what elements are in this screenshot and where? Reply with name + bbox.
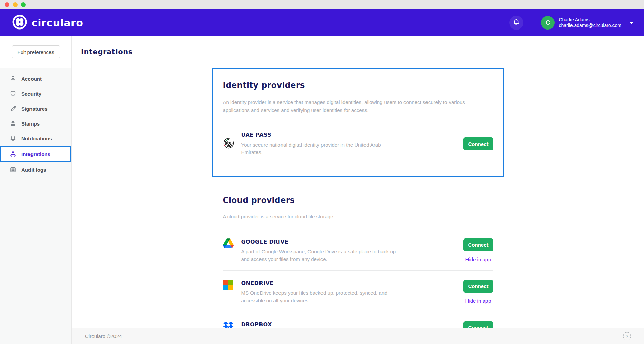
provider-name: DROPBOX xyxy=(241,321,463,328)
provider-text: DROPBOX Dropbox lets you upload, save, a… xyxy=(241,321,463,328)
divider xyxy=(223,125,493,125)
google-drive-icon xyxy=(223,238,234,250)
page-header: Integrations xyxy=(72,36,644,68)
caret-down-icon xyxy=(629,20,634,26)
avatar: C xyxy=(541,16,555,30)
identity-providers-title: Identity providers xyxy=(223,81,493,90)
sidebar-item-signatures[interactable]: Signatures xyxy=(0,101,71,116)
user-info: Charlie Adams charlie.adams@circularo.co… xyxy=(559,17,621,29)
notifications-bell-button[interactable] xyxy=(509,16,523,30)
app-window: circularo C Charlie Adams charlie.adams@… xyxy=(0,0,644,344)
dropbox-icon xyxy=(223,321,234,328)
provider-name: GOOGLE DRIVE xyxy=(241,238,463,245)
provider-row-onedrive: ONEDRIVE MS OneDrive keeps your files ba… xyxy=(223,270,493,312)
sidebar-item-label: Notifications xyxy=(21,136,52,141)
main-area: Integrations Identity providers An ident… xyxy=(72,36,644,344)
cloud-providers-section: Cloud providers A cloud provider is a se… xyxy=(223,196,493,328)
sidebar-item-notifications[interactable]: Notifications xyxy=(0,131,71,146)
provider-row-google-drive: GOOGLE DRIVE A part of Google Workspace,… xyxy=(223,229,493,270)
footer: Circularo ©2024 ? xyxy=(72,328,644,344)
provider-name: UAE PASS xyxy=(241,132,463,138)
copyright-text: Circularo ©2024 xyxy=(85,333,122,339)
app-body: Exit preferences Account xyxy=(0,36,644,344)
bell-icon xyxy=(513,19,520,27)
provider-actions: Connect Hide in app xyxy=(463,321,493,328)
sidebar-item-label: Stamps xyxy=(21,121,40,127)
sidebar-top: Exit preferences xyxy=(0,36,71,68)
connect-onedrive-button[interactable]: Connect xyxy=(463,280,493,293)
preferences-sidebar: Exit preferences Account xyxy=(0,36,72,344)
user-menu[interactable]: C Charlie Adams charlie.adams@circularo.… xyxy=(541,16,634,30)
connect-uae-pass-button[interactable]: Connect xyxy=(463,137,493,150)
provider-text: GOOGLE DRIVE A part of Google Workspace,… xyxy=(241,238,463,263)
identity-providers-description: An identity provider is a service that m… xyxy=(223,98,493,114)
help-icon[interactable]: ? xyxy=(623,332,631,340)
sidebar-item-integrations[interactable]: Integrations xyxy=(0,146,71,162)
identity-providers-section: Identity providers An identity provider … xyxy=(212,68,504,177)
bell-icon xyxy=(9,135,17,142)
provider-row-uae-pass: UAE PASS Your secure national digital id… xyxy=(223,132,493,156)
provider-row-dropbox: DROPBOX Dropbox lets you upload, save, a… xyxy=(223,312,493,328)
preferences-nav: Account Security xyxy=(0,68,71,177)
provider-description: Your secure national digital identity pr… xyxy=(241,141,402,156)
app-header: circularo C Charlie Adams charlie.adams@… xyxy=(0,9,644,36)
sidebar-item-label: Signatures xyxy=(21,106,48,112)
logo-text: circularo xyxy=(32,17,83,29)
hide-in-app-onedrive-link[interactable]: Hide in app xyxy=(465,298,491,304)
sitemap-icon xyxy=(9,151,17,157)
user-icon xyxy=(9,75,17,82)
macos-titlebar xyxy=(0,0,644,9)
close-window-button[interactable] xyxy=(5,2,9,7)
header-right: C Charlie Adams charlie.adams@circularo.… xyxy=(509,16,634,30)
user-name: Charlie Adams xyxy=(559,17,621,23)
provider-actions: Connect Hide in app xyxy=(463,280,493,304)
sidebar-item-stamps[interactable]: Stamps xyxy=(0,116,71,131)
cloud-providers-description: A cloud provider is a service for cloud … xyxy=(223,213,493,221)
sidebar-item-audit-logs[interactable]: Audit logs xyxy=(0,162,71,177)
provider-text: UAE PASS Your secure national digital id… xyxy=(241,132,463,156)
provider-description: A part of Google Workspace, Google Drive… xyxy=(241,248,402,263)
connect-google-drive-button[interactable]: Connect xyxy=(463,238,493,251)
page-title: Integrations xyxy=(81,48,133,56)
stamp-icon xyxy=(9,120,17,127)
zoom-window-button[interactable] xyxy=(21,2,26,7)
sidebar-item-security[interactable]: Security xyxy=(0,86,71,101)
cloud-providers-title: Cloud providers xyxy=(223,196,493,205)
exit-preferences-button[interactable]: Exit preferences xyxy=(12,45,60,58)
list-icon xyxy=(9,166,17,173)
page-content: Identity providers An identity provider … xyxy=(72,68,644,328)
connect-dropbox-button[interactable]: Connect xyxy=(463,321,493,328)
sidebar-item-account[interactable]: Account xyxy=(0,71,71,86)
hide-in-app-google-drive-link[interactable]: Hide in app xyxy=(465,256,491,262)
sidebar-item-label: Account xyxy=(21,76,42,82)
provider-text: ONEDRIVE MS OneDrive keeps your files ba… xyxy=(241,280,463,305)
pen-icon xyxy=(9,105,17,112)
provider-actions: Connect Hide in app xyxy=(463,238,493,262)
microsoft-icon xyxy=(223,280,234,291)
user-email: charlie.adams@circularo.com xyxy=(559,23,621,29)
shield-icon xyxy=(9,90,17,97)
fingerprint-icon xyxy=(223,136,234,151)
provider-name: ONEDRIVE xyxy=(241,280,463,286)
clover-logo-icon xyxy=(12,15,27,31)
circularo-logo[interactable]: circularo xyxy=(12,15,83,31)
sidebar-item-label: Security xyxy=(21,91,41,97)
sidebar-item-label: Audit logs xyxy=(21,167,46,173)
minimize-window-button[interactable] xyxy=(13,2,18,7)
provider-description: MS OneDrive keeps your files backed up, … xyxy=(241,289,402,305)
sidebar-item-label: Integrations xyxy=(21,151,50,157)
